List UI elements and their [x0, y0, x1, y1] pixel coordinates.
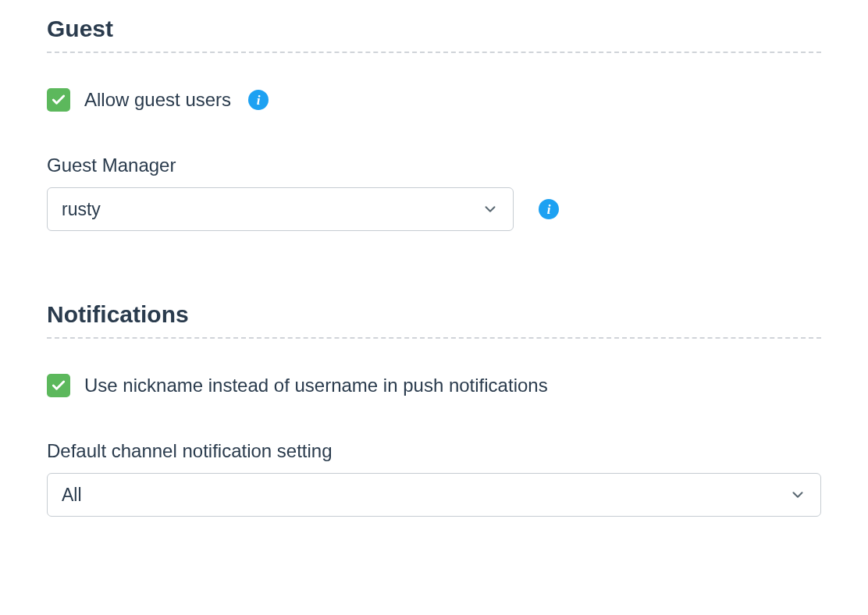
info-icon-glyph: i — [547, 203, 551, 216]
info-icon-glyph: i — [257, 94, 261, 107]
default-channel-value: All — [62, 485, 789, 506]
guest-section-title: Guest — [47, 16, 821, 53]
allow-guest-info-icon[interactable]: i — [248, 90, 269, 110]
default-channel-select[interactable]: All — [47, 473, 821, 517]
guest-manager-value: rusty — [62, 199, 482, 220]
guest-manager-select[interactable]: rusty — [47, 187, 514, 231]
chevron-down-icon — [482, 201, 499, 218]
default-channel-field: Default channel notification setting All — [47, 440, 821, 517]
guest-section: Guest Allow guest users i Guest Manager … — [47, 16, 821, 231]
notifications-section: Notifications Use nickname instead of us… — [47, 301, 821, 517]
checkmark-icon — [51, 378, 66, 393]
guest-manager-info-icon[interactable]: i — [539, 199, 559, 219]
nickname-checkbox[interactable] — [47, 374, 70, 397]
allow-guest-label: Allow guest users — [84, 89, 231, 111]
allow-guest-row: Allow guest users i — [47, 88, 821, 112]
nickname-row: Use nickname instead of username in push… — [47, 374, 821, 397]
notifications-section-title: Notifications — [47, 301, 821, 339]
allow-guest-checkbox[interactable] — [47, 88, 70, 112]
checkmark-icon — [51, 92, 66, 108]
default-channel-label: Default channel notification setting — [47, 440, 821, 462]
guest-manager-label: Guest Manager — [47, 155, 821, 176]
guest-manager-field: Guest Manager rusty i — [47, 155, 821, 231]
chevron-down-icon — [789, 486, 806, 503]
nickname-label: Use nickname instead of username in push… — [84, 375, 548, 396]
guest-manager-select-row: rusty i — [47, 187, 821, 231]
